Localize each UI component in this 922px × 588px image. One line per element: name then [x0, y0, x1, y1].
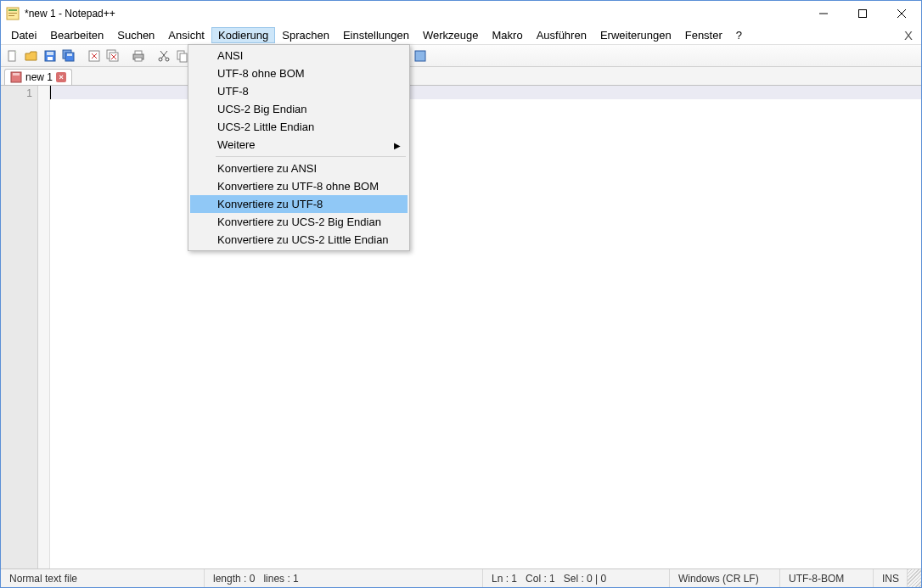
toolbar: ¶: [1, 45, 921, 67]
status-eol: Windows (CR LF): [670, 569, 780, 587]
menu-item[interactable]: Konvertiere zu ANSI: [190, 160, 408, 177]
menu-item[interactable]: UCS-2 Little Endian: [190, 118, 408, 136]
open-file-icon[interactable]: [23, 48, 40, 64]
statusbar: Normal text file length : 0 lines : 1 Ln…: [1, 568, 921, 587]
svg-rect-3: [8, 15, 14, 16]
menu-suchen[interactable]: Suchen: [110, 27, 161, 43]
menubar: DateiBearbeitenSuchenAnsichtKodierungSpr…: [1, 26, 921, 45]
svg-rect-2: [8, 13, 17, 14]
close-button[interactable]: [882, 1, 921, 26]
app-icon: [6, 7, 20, 20]
menu-item[interactable]: UTF-8 ohne BOM: [190, 64, 408, 82]
svg-rect-8: [8, 51, 15, 61]
tab-close-icon[interactable]: ×: [56, 72, 66, 82]
save-all-icon[interactable]: [60, 48, 77, 64]
tab-strip: new 1 ×: [1, 67, 921, 86]
menu-item[interactable]: UTF-8: [190, 82, 408, 100]
gutter: 1: [1, 86, 38, 568]
print-icon[interactable]: [130, 48, 147, 64]
new-file-icon[interactable]: [4, 48, 21, 64]
resize-grip[interactable]: [908, 569, 921, 587]
minimize-button[interactable]: [804, 1, 843, 26]
maximize-button[interactable]: [843, 1, 882, 26]
cut-icon[interactable]: [155, 48, 172, 64]
menu-kodierung[interactable]: Kodierung: [211, 27, 275, 43]
menu-bearbeiten[interactable]: Bearbeiten: [43, 27, 110, 43]
svg-rect-24: [135, 58, 142, 61]
editor: 1: [1, 86, 921, 568]
menu-ausführen[interactable]: Ausführen: [530, 27, 593, 43]
svg-rect-30: [180, 53, 187, 62]
menu-einstellungen[interactable]: Einstellungen: [336, 27, 416, 43]
menu-sprachen[interactable]: Sprachen: [275, 27, 336, 43]
status-length-lines: length : 0 lines : 1: [205, 569, 483, 587]
svg-rect-1: [8, 9, 17, 11]
status-encoding: UTF-8-BOM: [780, 569, 874, 587]
current-line-highlight: [50, 86, 921, 99]
menu-fenster[interactable]: Fenster: [678, 27, 729, 43]
fold-bar: [38, 86, 50, 568]
close-all-icon[interactable]: [104, 48, 121, 64]
svg-rect-11: [48, 57, 53, 60]
line-number: 1: [1, 87, 32, 101]
svg-line-27: [161, 51, 167, 59]
menu-erweiterungen[interactable]: Erweiterungen: [593, 27, 678, 43]
svg-rect-23: [135, 51, 142, 54]
caret: [50, 86, 51, 99]
status-filetype: Normal text file: [1, 569, 205, 587]
menu-item[interactable]: ANSI: [190, 47, 408, 64]
unsaved-doc-icon: [10, 71, 22, 83]
document-tab[interactable]: new 1 ×: [4, 69, 72, 85]
menu-item[interactable]: Konvertiere zu UTF-8: [190, 195, 408, 213]
status-position: Ln : 1 Col : 1 Sel : 0 | 0: [483, 569, 670, 587]
save-icon[interactable]: [42, 48, 59, 64]
svg-rect-14: [67, 53, 72, 56]
svg-rect-10: [47, 52, 53, 55]
menu-item[interactable]: UCS-2 Big Endian: [190, 100, 408, 118]
save-macro-icon[interactable]: [412, 48, 429, 64]
menu-item[interactable]: Weitere▶: [190, 136, 408, 154]
menu-ansicht[interactable]: Ansicht: [161, 27, 211, 43]
mdi-close-icon[interactable]: X: [899, 28, 918, 42]
menu-datei[interactable]: Datei: [4, 27, 43, 43]
titlebar: *new 1 - Notepad++: [1, 1, 921, 26]
submenu-chevron-icon: ▶: [394, 141, 401, 150]
menu-item[interactable]: Konvertiere zu UCS-2 Little Endian: [190, 231, 408, 249]
text-area[interactable]: [50, 86, 921, 568]
menu-item[interactable]: Konvertiere zu UTF-8 ohne BOM: [190, 177, 408, 195]
menu-item[interactable]: Konvertiere zu UCS-2 Big Endian: [190, 213, 408, 231]
status-mode: INS: [874, 569, 908, 587]
window-title: *new 1 - Notepad++: [25, 8, 804, 20]
svg-rect-5: [859, 10, 867, 18]
menu-separator: [216, 156, 406, 157]
menu-makro[interactable]: Makro: [486, 27, 530, 43]
svg-line-28: [160, 51, 166, 59]
tab-label: new 1: [25, 71, 53, 83]
close-file-icon[interactable]: [86, 48, 103, 64]
svg-rect-46: [13, 73, 20, 76]
menu-werkzeuge[interactable]: Werkzeuge: [416, 27, 486, 43]
encoding-dropdown: ANSIUTF-8 ohne BOMUTF-8UCS-2 Big EndianU…: [188, 44, 410, 251]
menu-?[interactable]: ?: [729, 27, 749, 43]
svg-rect-44: [415, 51, 425, 61]
